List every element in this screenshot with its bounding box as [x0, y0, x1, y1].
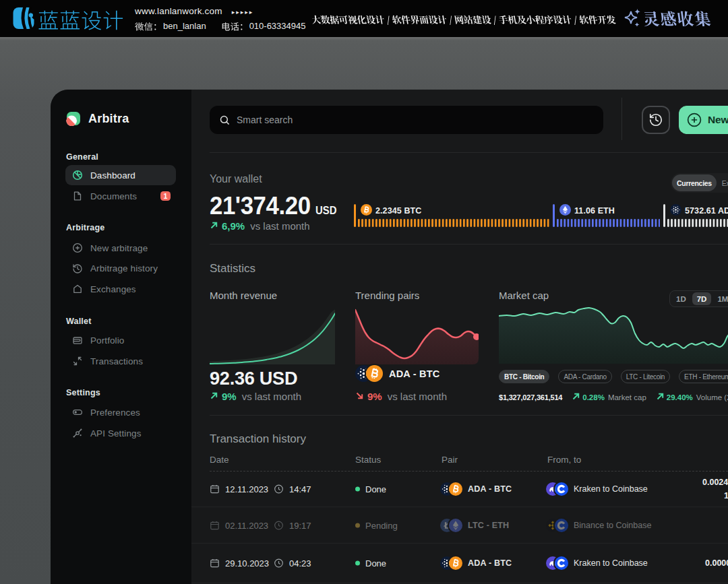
lanlan-logo-icon [13, 7, 34, 30]
month-revenue-card: Month revenue 92.36 USD 9% vs last month [210, 290, 335, 301]
wallet-tabs: Currencies Exchanges [671, 173, 728, 193]
api-icon [72, 428, 83, 439]
collect-label[interactable] [644, 9, 719, 30]
cap-label: Market cap [608, 393, 646, 401]
home-icon [72, 284, 83, 294]
pair-coins [546, 519, 568, 532]
section-divider [210, 152, 728, 153]
app-brand: Arbitra [88, 112, 129, 126]
status-dot [355, 523, 360, 527]
sidebar-item-label: Documents [90, 191, 137, 201]
card-title: Trending pairs [355, 290, 481, 301]
pill-btc-bitcoin[interactable]: BTC - Bitcoin [499, 370, 549, 383]
tx-date: 12.11.2023 [225, 484, 268, 494]
time-cell: 14:47 [274, 484, 311, 494]
trend-up-icon [210, 220, 218, 232]
ada-coin-icon [670, 204, 681, 218]
trend-up-icon [572, 392, 580, 402]
tab-exchanges[interactable]: Exchanges [717, 174, 728, 191]
sidebar-item-new-arbitrage[interactable]: New arbitrage [65, 238, 176, 258]
sidebar-item-documents[interactable]: Documents1 [65, 186, 176, 206]
sidebar-item-portfolio[interactable]: Portfolio [65, 330, 176, 350]
search-icon [220, 115, 230, 125]
table-row[interactable]: 29.10.2023 04:23 Done ADA - BTC Kraken t… [191, 544, 728, 583]
coinbase-coin-icon [555, 482, 568, 496]
pair-label: ADA - BTC [468, 484, 512, 494]
sidebar-item-dashboard[interactable]: Dashboard [65, 165, 176, 185]
segment-tick [354, 204, 356, 227]
search-input[interactable]: Smart search [210, 106, 603, 134]
range-selector: 1D 7D 1M 1Y [669, 290, 728, 307]
status-dot [355, 560, 360, 565]
pair-coins [440, 556, 462, 570]
arrows-icon [72, 356, 83, 366]
status-text: Pending [365, 520, 398, 530]
volume-metric: 29.40%Volume (24h) [656, 392, 728, 402]
document-icon [72, 191, 83, 201]
wallet-delta: 6,9% vs last month [210, 220, 310, 232]
sidebar-item-api-settings[interactable]: API Settings [65, 423, 176, 443]
main-content: Smart search New arbitrage Your wallet C… [191, 90, 728, 584]
tab-currencies[interactable]: Currencies [672, 174, 717, 191]
banner-contact-block: www.lanlanwork.com▸▸▸▸▸ [135, 5, 253, 17]
sidebar-item-transactions[interactable]: Transactions [65, 351, 176, 371]
pill-eth-ethereum[interactable]: ETH - Ethereum [679, 370, 728, 383]
pair-coins [440, 519, 462, 532]
sidebar-item-label: Dashboard [90, 170, 135, 181]
section-divider [210, 244, 728, 245]
sidebar-item-label: API Settings [90, 428, 142, 439]
amount: 0.00241 [702, 478, 728, 487]
sidebar-section-label: Wallet [66, 317, 191, 327]
sidebar-item-preferences[interactable]: Preferences [65, 402, 176, 422]
tx-time: 14:47 [289, 484, 311, 494]
dashboard-app: Arbitra General Dashboard Documents1 Arb… [51, 90, 728, 584]
segment-tick [663, 204, 665, 227]
coin-pills: BTC - Bitcoin ADA - Cardano LTC - Liteco… [499, 370, 728, 383]
range-7d[interactable]: 7D [692, 292, 712, 305]
range-1m[interactable]: 1M [712, 292, 728, 305]
new-arbitrage-label: New arbitrage [708, 114, 728, 126]
sidebar-item-arbitrage-history[interactable]: Arbitrage history [65, 259, 176, 279]
delta-suffix: vs last month [242, 391, 301, 402]
date-cell: 02.11.2023 [210, 520, 268, 530]
pill-ltc-litecoin[interactable]: LTC - Litecoin [621, 370, 670, 383]
fromto-cell: Kraken to Coinbase [546, 556, 648, 570]
time-cell: 04:23 [274, 558, 311, 568]
segment-tick [553, 204, 555, 227]
status-text: Done [365, 558, 386, 568]
sidebar-item-label: Transactions [90, 356, 143, 366]
pair-coins [440, 482, 462, 496]
history-button[interactable] [642, 106, 670, 134]
top-banner: www.lanlanwork.com▸▸▸▸▸ ben_lanlan 010-6… [0, 0, 728, 37]
volume-delta: 29.40% [667, 393, 693, 401]
sidebar-section-label: General [66, 152, 191, 162]
arrows-decoration: ▸▸▸▸▸ [232, 9, 254, 15]
delta-value: 9% [367, 391, 382, 402]
trending-delta: 9% vs last month [355, 391, 447, 402]
wallet-currency: USD [315, 205, 336, 216]
pair-cell: ADA - BTC [440, 482, 512, 496]
sparkle-star-icon [621, 7, 642, 29]
website-url[interactable]: www.lanlanwork.com [135, 6, 222, 16]
table-row[interactable]: 12.11.2023 14:47 Done ADA - BTC Kraken t… [191, 472, 728, 507]
app-logo[interactable]: Arbitra [66, 112, 129, 126]
pill-ada-cardano[interactable]: ADA - Cardano [558, 370, 611, 383]
sidebar-section-label: Arbitrage [66, 223, 191, 233]
fromto-cell: Kraken to Coinbase [546, 482, 648, 496]
banner-contact-row: ben_lanlan 010-63334945 [135, 19, 305, 32]
eth-segment: 11.06 ETH [553, 204, 662, 228]
btc-coin-icon [449, 556, 462, 570]
header-date: Date [210, 455, 229, 465]
range-1d[interactable]: 1D [671, 292, 691, 305]
volume-label: Volume (24h) [696, 393, 728, 401]
new-arbitrage-button[interactable]: New arbitrage [679, 106, 728, 134]
revenue-value: 92.36 USD [210, 368, 297, 389]
cap-metric: 0.28%Market cap [572, 392, 646, 402]
arbitra-logo-icon [66, 112, 80, 126]
cap-delta: 0.28% [582, 393, 605, 401]
table-row[interactable]: 02.11.2023 19:17 Pending LTC - ETH Binan… [191, 507, 728, 543]
wallet-allocation-bar: 2.2345 BTC 11.06 ETH 5732.61 ADA [354, 204, 728, 228]
delta-suffix: vs last month [388, 391, 447, 402]
sidebar-item-exchanges[interactable]: Exchanges [65, 279, 176, 299]
calendar-icon [210, 484, 220, 494]
